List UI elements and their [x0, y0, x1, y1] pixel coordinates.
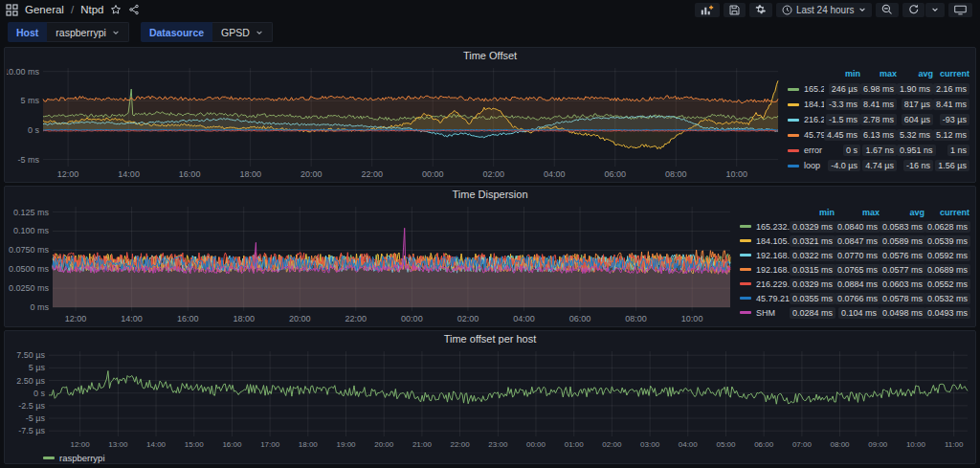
- zoom-out-button[interactable]: [876, 3, 899, 17]
- legend-sort-current[interactable]: current: [924, 208, 969, 217]
- legend-value: 0.0592 ms: [924, 250, 969, 261]
- breadcrumb-folder[interactable]: General: [25, 4, 64, 15]
- add-panel-button[interactable]: [695, 3, 720, 17]
- panel-title[interactable]: Time Dispersion: [5, 187, 975, 203]
- chart-canvas[interactable]: 0.125 ms0.100 ms0.0750 ms0.0500 ms0.0250…: [7, 203, 736, 324]
- legend-value: 0.0578 ms: [880, 293, 924, 304]
- svg-text:21:00: 21:00: [412, 440, 433, 449]
- legend-sort-current[interactable]: current: [933, 69, 969, 78]
- refresh-button[interactable]: [902, 3, 925, 17]
- legend-value: 0.0315 ms: [790, 264, 835, 276]
- svg-text:14:00: 14:00: [118, 169, 140, 179]
- svg-text:15:00: 15:00: [185, 440, 205, 449]
- legend-sort-max[interactable]: max: [835, 208, 880, 217]
- variable-value-host[interactable]: raspberrypi: [47, 22, 129, 42]
- series-color-dash: [740, 268, 751, 271]
- legend-value: 1.56 µs: [933, 160, 969, 171]
- svg-text:23:00: 23:00: [488, 440, 508, 449]
- legend-value: 0.0322 ms: [790, 250, 835, 261]
- panel-time-dispersion: Time Dispersion 0.125 ms0.100 ms0.0750 m…: [4, 186, 976, 327]
- svg-text:0.0500 ms: 0.0500 ms: [9, 264, 50, 274]
- svg-text:00:00: 00:00: [526, 440, 546, 449]
- legend-series-name[interactable]: 192.168.1.19: [740, 265, 790, 275]
- time-offset-per-host-chart[interactable]: 7.50 µs5 µs2.50 µs0 s-2.5 µs-5 µs-7.5 µs…: [7, 347, 973, 452]
- time-offset-chart[interactable]: 10.00 ms5 ms0 s-5 ms12:0014:0016:0018:00…: [7, 64, 784, 180]
- svg-text:12:00: 12:00: [57, 169, 79, 179]
- legend-sort-min[interactable]: min: [824, 69, 860, 78]
- svg-text:05:00: 05:00: [717, 440, 737, 449]
- series-color-dash: [788, 134, 799, 137]
- svg-text:12:00: 12:00: [71, 440, 91, 449]
- svg-text:02:00: 02:00: [482, 169, 504, 179]
- legend-value: 5.32 ms: [897, 129, 933, 141]
- legend-series-name[interactable]: 216.229.4.66: [740, 279, 790, 289]
- time-range-label: Last 24 hours: [796, 5, 855, 15]
- refresh-interval-dropdown[interactable]: [925, 3, 945, 17]
- legend-value: -16 ns: [897, 160, 933, 171]
- panel-title[interactable]: Time Offset: [5, 48, 975, 64]
- svg-text:08:00: 08:00: [625, 314, 647, 323]
- svg-text:10:00: 10:00: [725, 169, 747, 179]
- share-icon[interactable]: [128, 4, 140, 15]
- variable-value-datasource[interactable]: GPSD: [212, 22, 273, 42]
- legend-sort-avg[interactable]: avg: [897, 69, 933, 78]
- svg-text:2.50 µs: 2.50 µs: [16, 376, 45, 386]
- chart-canvas[interactable]: 10.00 ms5 ms0 s-5 ms12:0014:0016:0018:00…: [7, 64, 784, 180]
- svg-text:00:00: 00:00: [401, 314, 423, 323]
- legend-sort-max[interactable]: max: [860, 69, 897, 78]
- legend-series-name[interactable]: raspberrypi: [59, 453, 105, 463]
- legend-value: 4.45 ms: [824, 129, 860, 141]
- legend-series-name[interactable]: 192.168.1.18: [740, 251, 790, 260]
- legend-value: -3.3 ms: [824, 99, 860, 110]
- legend-series-name[interactable]: error: [788, 145, 824, 155]
- svg-text:-2.5 µs: -2.5 µs: [18, 401, 45, 411]
- legend-series-name[interactable]: 45.79.214.107: [788, 130, 824, 140]
- cycle-view-mode-button[interactable]: [948, 3, 972, 17]
- svg-text:-5 µs: -5 µs: [26, 413, 46, 423]
- svg-text:0.0750 ms: 0.0750 ms: [9, 245, 50, 255]
- panel-title[interactable]: Time offset per host: [5, 331, 975, 347]
- series-color-dash: [788, 103, 799, 106]
- svg-text:20:00: 20:00: [289, 314, 311, 323]
- svg-text:18:00: 18:00: [233, 314, 255, 323]
- svg-text:0.0250 ms: 0.0250 ms: [9, 283, 50, 293]
- legend-value: 0.0321 ms: [790, 235, 835, 247]
- legend-row: 192.168.1.190.0315 ms0.0765 ms0.0577 ms0…: [740, 262, 969, 277]
- dashboard-submenu: Host raspberrypi Datasource GPSD: [0, 18, 980, 47]
- svg-text:07:00: 07:00: [792, 440, 813, 449]
- legend-series-name[interactable]: 184.105.182.7: [740, 236, 790, 246]
- legend-series-name[interactable]: 165.232.149.130: [788, 84, 824, 94]
- time-range-picker[interactable]: Last 24 hours: [776, 3, 872, 17]
- svg-text:08:00: 08:00: [831, 440, 851, 449]
- svg-text:10.00 ms: 10.00 ms: [7, 67, 39, 77]
- chart-canvas[interactable]: 7.50 µs5 µs2.50 µs0 s-2.5 µs-5 µs-7.5 µs…: [7, 347, 973, 450]
- legend-series-name[interactable]: 184.105.182.7: [788, 100, 824, 109]
- time-dispersion-chart[interactable]: 0.125 ms0.100 ms0.0750 ms0.0500 ms0.0250…: [7, 203, 736, 324]
- legend-value: 2.16 ms: [933, 83, 969, 95]
- legend-row: 216.229.4.66-1.5 ms2.78 ms604 µs-93 µs: [788, 112, 969, 127]
- series-color-dash: [788, 149, 799, 152]
- legend-value: 0.0847 ms: [835, 235, 880, 247]
- series-color-dash: [788, 119, 799, 122]
- series-color-dash: [740, 254, 751, 256]
- legend-series-name[interactable]: loop: [788, 161, 824, 170]
- series-color-dash: [740, 225, 751, 228]
- svg-text:04:00: 04:00: [544, 169, 566, 179]
- svg-text:06:00: 06:00: [604, 169, 626, 179]
- legend-series-name[interactable]: 45.79.214.107: [740, 294, 790, 303]
- legend-series-name[interactable]: 165.232.149.130: [740, 222, 790, 232]
- save-dashboard-button[interactable]: [724, 3, 746, 17]
- legend-series-name[interactable]: 216.229.4.66: [788, 115, 824, 124]
- chevron-down-icon: [858, 6, 866, 13]
- svg-text:04:00: 04:00: [513, 314, 535, 323]
- breadcrumb-dashboard[interactable]: Ntpd: [80, 4, 103, 15]
- star-icon[interactable]: [110, 4, 122, 15]
- dashboards-grid-icon[interactable]: [6, 4, 18, 16]
- legend-sort-avg[interactable]: avg: [880, 208, 924, 217]
- time-offset-legend: minmaxavgcurrent 165.232.149.130246 µs6.…: [784, 64, 973, 180]
- legend-series-name[interactable]: SHM: [740, 308, 790, 318]
- time-dispersion-legend: minmaxavgcurrent 165.232.149.1300.0329 m…: [736, 203, 973, 324]
- dashboard-settings-button[interactable]: [749, 3, 772, 17]
- legend-value: 0.0840 ms: [835, 221, 880, 233]
- legend-sort-min[interactable]: min: [790, 208, 835, 217]
